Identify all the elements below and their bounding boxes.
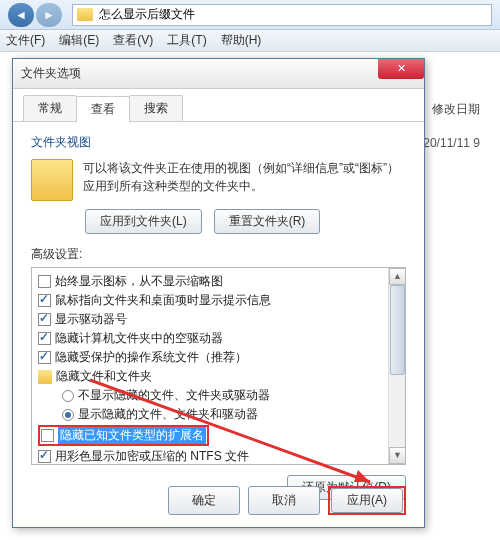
nav-forward-button[interactable]: ►	[36, 3, 62, 27]
scroll-thumb[interactable]	[390, 285, 405, 375]
menubar: 文件(F) 编辑(E) 查看(V) 工具(T) 帮助(H)	[0, 30, 500, 52]
tree-item[interactable]: 用彩色显示加密或压缩的 NTFS 文件	[34, 447, 403, 465]
menu-help[interactable]: 帮助(H)	[221, 32, 262, 49]
tree-item-label: 显示驱动器号	[55, 311, 127, 328]
address-bar[interactable]: 怎么显示后缀文件	[72, 4, 492, 26]
tree-scrollbar[interactable]: ▲ ▼	[388, 268, 405, 464]
close-button[interactable]: ✕	[378, 59, 424, 79]
menu-view[interactable]: 查看(V)	[113, 32, 153, 49]
tree-item[interactable]: 隐藏受保护的操作系统文件（推荐）	[34, 348, 403, 367]
checkbox[interactable]	[41, 429, 54, 442]
tree-item-label: 显示隐藏的文件、文件夹和驱动器	[78, 406, 258, 423]
folder-options-dialog: 文件夹选项 ✕ 常规 查看 搜索 文件夹视图 可以将该文件夹正在使用的视图（例如…	[12, 58, 425, 528]
tree-item-label: 始终显示图标，从不显示缩略图	[55, 273, 223, 290]
tree-item[interactable]: 隐藏已知文件类型的扩展名	[34, 424, 403, 447]
reset-folders-button[interactable]: 重置文件夹(R)	[214, 209, 321, 234]
menu-edit[interactable]: 编辑(E)	[59, 32, 99, 49]
folder-view-label: 文件夹视图	[31, 134, 406, 151]
scroll-down-button[interactable]: ▼	[389, 447, 406, 464]
tree-item-label: 不显示隐藏的文件、文件夹或驱动器	[78, 387, 270, 404]
tab-general[interactable]: 常规	[23, 95, 77, 121]
explorer-titlebar: ◄ ► 怎么显示后缀文件	[0, 0, 500, 30]
dialog-title: 文件夹选项	[21, 65, 81, 82]
tree-item-label: 隐藏受保护的操作系统文件（推荐）	[55, 349, 247, 366]
tab-search[interactable]: 搜索	[129, 95, 183, 121]
tree-item-label: 鼠标指向文件夹和桌面项时显示提示信息	[55, 292, 271, 309]
tree-item[interactable]: 始终显示图标，从不显示缩略图	[34, 272, 403, 291]
menu-file[interactable]: 文件(F)	[6, 32, 45, 49]
scroll-up-button[interactable]: ▲	[389, 268, 406, 285]
tree-item-label: 隐藏已知文件类型的扩展名	[58, 427, 206, 444]
nav-back-button[interactable]: ◄	[8, 3, 34, 27]
tree-item[interactable]: 显示隐藏的文件、文件夹和驱动器	[34, 405, 403, 424]
tree-item[interactable]: 不显示隐藏的文件、文件夹或驱动器	[34, 386, 403, 405]
folder-view-icon	[31, 159, 73, 201]
cancel-button[interactable]: 取消	[248, 486, 320, 515]
tab-view[interactable]: 查看	[76, 96, 130, 122]
tree-item-label: 隐藏文件和文件夹	[56, 368, 152, 385]
advanced-settings-tree[interactable]: 始终显示图标，从不显示缩略图鼠标指向文件夹和桌面项时显示提示信息显示驱动器号隐藏…	[31, 267, 406, 465]
dialog-titlebar[interactable]: 文件夹选项 ✕	[13, 59, 424, 89]
folder-view-description: 可以将该文件夹正在使用的视图（例如“详细信息”或“图标”）应用到所有这种类型的文…	[83, 159, 406, 201]
folder-icon	[77, 8, 93, 21]
apply-button[interactable]: 应用(A)	[331, 488, 403, 513]
dialog-tabs: 常规 查看 搜索	[13, 89, 424, 122]
apply-to-folders-button[interactable]: 应用到文件夹(L)	[85, 209, 202, 234]
tree-item[interactable]: 显示驱动器号	[34, 310, 403, 329]
tree-item-label: 隐藏计算机文件夹中的空驱动器	[55, 330, 223, 347]
menu-tools[interactable]: 工具(T)	[167, 32, 206, 49]
tree-item[interactable]: 隐藏文件和文件夹	[34, 367, 403, 386]
checkbox[interactable]	[38, 450, 51, 463]
address-text: 怎么显示后缀文件	[99, 6, 195, 23]
column-modified-header[interactable]: 修改日期	[412, 97, 500, 122]
checkbox[interactable]	[38, 313, 51, 326]
radio-button[interactable]	[62, 390, 74, 402]
tree-item[interactable]: 隐藏计算机文件夹中的空驱动器	[34, 329, 403, 348]
tree-item-label: 用彩色显示加密或压缩的 NTFS 文件	[55, 448, 249, 465]
folder-group-icon[interactable]	[38, 370, 52, 384]
tree-item[interactable]: 鼠标指向文件夹和桌面项时显示提示信息	[34, 291, 403, 310]
checkbox[interactable]	[38, 275, 51, 288]
checkbox[interactable]	[38, 332, 51, 345]
checkbox[interactable]	[38, 294, 51, 307]
ok-button[interactable]: 确定	[168, 486, 240, 515]
checkbox[interactable]	[38, 351, 51, 364]
radio-button[interactable]	[62, 409, 74, 421]
advanced-settings-label: 高级设置:	[31, 246, 406, 263]
